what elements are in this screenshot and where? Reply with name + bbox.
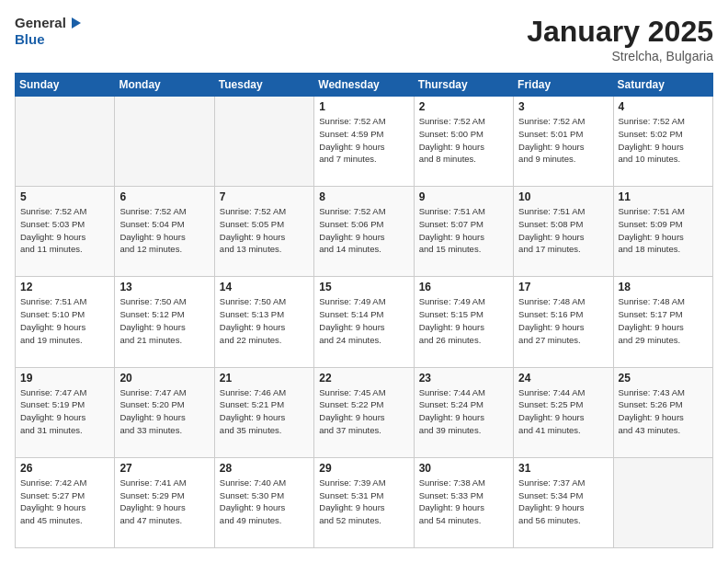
table-row: 14Sunrise: 7:50 AM Sunset: 5:13 PM Dayli…	[214, 277, 313, 367]
cell-content: Sunrise: 7:51 AM Sunset: 5:10 PM Dayligh…	[20, 295, 109, 346]
location-subtitle: Strelcha, Bulgaria	[527, 49, 713, 63]
cell-content: Sunrise: 7:50 AM Sunset: 5:13 PM Dayligh…	[220, 295, 309, 346]
day-number: 8	[319, 190, 408, 203]
day-number: 3	[518, 100, 608, 113]
month-title: January 2025	[527, 15, 713, 49]
logo: General Blue	[15, 15, 83, 48]
header: General Blue January 2025 Strelcha, Bulg…	[15, 15, 713, 63]
cell-content: Sunrise: 7:47 AM Sunset: 5:20 PM Dayligh…	[119, 386, 209, 437]
col-sunday: Sunday	[16, 74, 115, 97]
week-row-4: 19Sunrise: 7:47 AM Sunset: 5:19 PM Dayli…	[16, 367, 713, 457]
cell-content: Sunrise: 7:52 AM Sunset: 5:04 PM Dayligh…	[119, 205, 209, 256]
table-row: 20Sunrise: 7:47 AM Sunset: 5:20 PM Dayli…	[115, 367, 214, 457]
table-row: 22Sunrise: 7:45 AM Sunset: 5:22 PM Dayli…	[314, 367, 414, 457]
table-row: 28Sunrise: 7:40 AM Sunset: 5:30 PM Dayli…	[214, 457, 313, 547]
cell-content: Sunrise: 7:41 AM Sunset: 5:29 PM Dayligh…	[119, 477, 209, 527]
calendar-header-row: Sunday Monday Tuesday Wednesday Thursday…	[16, 74, 713, 97]
cell-content: Sunrise: 7:49 AM Sunset: 5:15 PM Dayligh…	[419, 295, 508, 346]
day-number: 16	[419, 281, 508, 293]
cell-content: Sunrise: 7:52 AM Sunset: 5:01 PM Dayligh…	[518, 115, 608, 166]
day-number: 31	[518, 462, 608, 475]
table-row	[115, 97, 214, 187]
day-number: 22	[319, 372, 408, 385]
table-row: 11Sunrise: 7:51 AM Sunset: 5:09 PM Dayli…	[613, 187, 712, 277]
table-row	[613, 457, 712, 547]
day-number: 25	[619, 372, 708, 385]
day-number: 15	[319, 281, 408, 293]
day-number: 23	[419, 372, 508, 385]
table-row: 13Sunrise: 7:50 AM Sunset: 5:12 PM Dayli…	[115, 277, 214, 367]
cell-content: Sunrise: 7:52 AM Sunset: 5:06 PM Dayligh…	[319, 205, 408, 256]
cell-content: Sunrise: 7:48 AM Sunset: 5:16 PM Dayligh…	[518, 295, 608, 346]
cell-content: Sunrise: 7:51 AM Sunset: 5:08 PM Dayligh…	[518, 205, 608, 256]
day-number: 30	[419, 462, 508, 475]
cell-content: Sunrise: 7:52 AM Sunset: 5:02 PM Dayligh…	[619, 115, 708, 166]
cell-content: Sunrise: 7:52 AM Sunset: 5:00 PM Dayligh…	[419, 115, 508, 166]
cell-content: Sunrise: 7:43 AM Sunset: 5:26 PM Dayligh…	[619, 386, 708, 437]
table-row: 1Sunrise: 7:52 AM Sunset: 4:59 PM Daylig…	[314, 97, 414, 187]
cell-content: Sunrise: 7:48 AM Sunset: 5:17 PM Dayligh…	[619, 295, 708, 346]
day-number: 17	[518, 281, 608, 293]
day-number: 7	[220, 190, 309, 203]
day-number: 20	[119, 372, 209, 385]
table-row: 9Sunrise: 7:51 AM Sunset: 5:07 PM Daylig…	[414, 187, 513, 277]
day-number: 12	[20, 281, 109, 293]
table-row: 17Sunrise: 7:48 AM Sunset: 5:16 PM Dayli…	[514, 277, 613, 367]
cell-content: Sunrise: 7:39 AM Sunset: 5:31 PM Dayligh…	[319, 477, 408, 527]
table-row: 6Sunrise: 7:52 AM Sunset: 5:04 PM Daylig…	[115, 187, 214, 277]
table-row: 24Sunrise: 7:44 AM Sunset: 5:25 PM Dayli…	[514, 367, 613, 457]
table-row: 25Sunrise: 7:43 AM Sunset: 5:26 PM Dayli…	[613, 367, 712, 457]
svg-marker-0	[72, 17, 81, 29]
table-row: 27Sunrise: 7:41 AM Sunset: 5:29 PM Dayli…	[115, 457, 214, 547]
day-number: 27	[119, 462, 209, 475]
cell-content: Sunrise: 7:42 AM Sunset: 5:27 PM Dayligh…	[20, 477, 109, 527]
table-row: 19Sunrise: 7:47 AM Sunset: 5:19 PM Dayli…	[16, 367, 115, 457]
cell-content: Sunrise: 7:47 AM Sunset: 5:19 PM Dayligh…	[20, 386, 109, 437]
logo-arrow-icon	[68, 16, 83, 30]
cell-content: Sunrise: 7:50 AM Sunset: 5:12 PM Dayligh…	[119, 295, 209, 346]
table-row: 4Sunrise: 7:52 AM Sunset: 5:02 PM Daylig…	[613, 97, 712, 187]
cell-content: Sunrise: 7:37 AM Sunset: 5:34 PM Dayligh…	[518, 477, 608, 527]
cell-content: Sunrise: 7:49 AM Sunset: 5:14 PM Dayligh…	[319, 295, 408, 346]
col-thursday: Thursday	[414, 74, 513, 97]
cell-content: Sunrise: 7:52 AM Sunset: 5:05 PM Dayligh…	[220, 205, 309, 256]
cell-content: Sunrise: 7:46 AM Sunset: 5:21 PM Dayligh…	[220, 386, 309, 437]
col-monday: Monday	[115, 74, 214, 97]
day-number: 21	[220, 372, 309, 385]
week-row-3: 12Sunrise: 7:51 AM Sunset: 5:10 PM Dayli…	[16, 277, 713, 367]
col-saturday: Saturday	[613, 74, 712, 97]
day-number: 9	[419, 190, 508, 203]
cell-content: Sunrise: 7:44 AM Sunset: 5:24 PM Dayligh…	[419, 386, 508, 437]
col-tuesday: Tuesday	[214, 74, 313, 97]
table-row: 30Sunrise: 7:38 AM Sunset: 5:33 PM Dayli…	[414, 457, 513, 547]
table-row: 26Sunrise: 7:42 AM Sunset: 5:27 PM Dayli…	[16, 457, 115, 547]
table-row: 7Sunrise: 7:52 AM Sunset: 5:05 PM Daylig…	[214, 187, 313, 277]
cell-content: Sunrise: 7:51 AM Sunset: 5:09 PM Dayligh…	[619, 205, 708, 256]
cell-content: Sunrise: 7:51 AM Sunset: 5:07 PM Dayligh…	[419, 205, 508, 256]
logo-general: General	[15, 15, 66, 31]
table-row	[214, 97, 313, 187]
cell-content: Sunrise: 7:52 AM Sunset: 5:03 PM Dayligh…	[20, 205, 109, 256]
week-row-5: 26Sunrise: 7:42 AM Sunset: 5:27 PM Dayli…	[16, 457, 713, 547]
table-row: 3Sunrise: 7:52 AM Sunset: 5:01 PM Daylig…	[514, 97, 613, 187]
table-row: 10Sunrise: 7:51 AM Sunset: 5:08 PM Dayli…	[514, 187, 613, 277]
calendar-table: Sunday Monday Tuesday Wednesday Thursday…	[15, 73, 713, 548]
cell-content: Sunrise: 7:45 AM Sunset: 5:22 PM Dayligh…	[319, 386, 408, 437]
day-number: 4	[619, 100, 708, 113]
cell-content: Sunrise: 7:38 AM Sunset: 5:33 PM Dayligh…	[419, 477, 508, 527]
col-wednesday: Wednesday	[314, 74, 414, 97]
week-row-1: 1Sunrise: 7:52 AM Sunset: 4:59 PM Daylig…	[16, 97, 713, 187]
table-row: 8Sunrise: 7:52 AM Sunset: 5:06 PM Daylig…	[314, 187, 414, 277]
day-number: 28	[220, 462, 309, 475]
day-number: 19	[20, 372, 109, 385]
table-row: 15Sunrise: 7:49 AM Sunset: 5:14 PM Dayli…	[314, 277, 414, 367]
cell-content: Sunrise: 7:44 AM Sunset: 5:25 PM Dayligh…	[518, 386, 608, 437]
day-number: 11	[619, 190, 708, 203]
day-number: 14	[220, 281, 309, 293]
day-number: 5	[20, 190, 109, 203]
day-number: 13	[119, 281, 209, 293]
table-row: 21Sunrise: 7:46 AM Sunset: 5:21 PM Dayli…	[214, 367, 313, 457]
table-row: 2Sunrise: 7:52 AM Sunset: 5:00 PM Daylig…	[414, 97, 513, 187]
day-number: 18	[619, 281, 708, 293]
table-row	[16, 97, 115, 187]
